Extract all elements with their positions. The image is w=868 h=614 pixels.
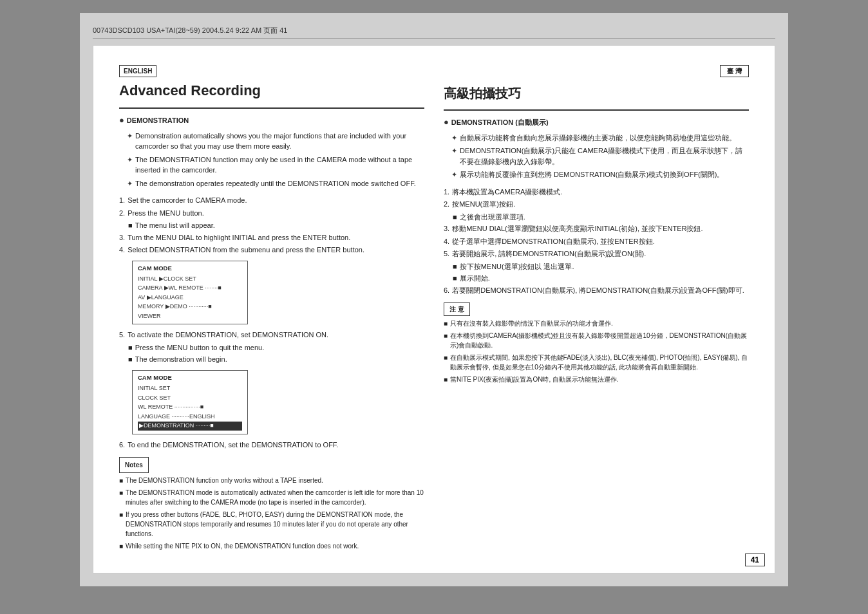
top-bar: 00743DSCD103 USA+TAI(28~59) 2004.5.24 9:…: [93, 26, 775, 39]
note-sq-chn-2: ■: [444, 331, 448, 350]
step-6-left: 6. To end the DEMONSTRATION, set the DEM…: [119, 440, 424, 451]
demo-heading-text-right: DEMONSTRATION (自動展示): [451, 117, 549, 128]
cam-mode-line-2-0: INITIAL SET: [138, 384, 242, 393]
sq-icon-1: ■: [128, 220, 133, 231]
region-badge: 臺 灣: [720, 65, 749, 77]
step-5-num-left: 5.: [119, 330, 125, 340]
cam-mode-line-1-2: AV ▶LANGUAGE: [138, 293, 242, 302]
step-5-sub-1-text-right: 按下按MENU(選單)按鈕以 退出選單.: [460, 261, 574, 272]
demo-item-chn-2-text: DEMONSTRATION(自動展示)只能在 CAMERA攝影機模式下使用，而且…: [460, 145, 749, 167]
page-inner: ENGLISH Advanced Recording ● DEMONSTRATI…: [119, 65, 749, 554]
step-3-num-left: 3.: [119, 232, 125, 243]
step-4-num-right: 4.: [444, 236, 449, 247]
step-5-text-right: 若要開始展示, 請將DEMONSTRATION(自動展示)設置ON(開).: [452, 248, 646, 259]
cross-bullet-chn-3: ✦: [451, 169, 457, 180]
bullet-diamond-left: ●: [119, 114, 124, 127]
right-column: 臺 灣 高級拍攝技巧 ● DEMONSTRATION (自動展示) ✦ 自動展示…: [444, 65, 749, 554]
step-1-text-left: Set the camcorder to CAMERA mode.: [127, 195, 247, 206]
step-6-text-left: To end the DEMONSTRATION, set the DEMONS…: [127, 440, 338, 451]
step-5-sub-1-left: ■ Press the MENU button to quit the menu…: [128, 342, 424, 353]
step-4-num-left: 4.: [119, 245, 125, 256]
cam-mode-line-1-1: CAMERA ▶WL REMOTE ········■: [138, 284, 242, 293]
step-2-num-right: 2.: [444, 199, 449, 210]
cross-bullet-3: ✦: [127, 178, 133, 189]
demo-heading-left: ● DEMONSTRATION: [119, 114, 424, 127]
note-sq-4: ■: [119, 541, 123, 551]
step-1-text-right: 將本機設置為CAMERA攝影機模式.: [452, 187, 562, 198]
note-sq-chn-3: ■: [444, 353, 448, 372]
section-title-chn: 高級拍攝技巧: [444, 84, 749, 103]
step-1-num-left: 1.: [119, 195, 125, 206]
section-title-eng: Advanced Recording: [119, 80, 424, 101]
numbered-list-left: 1. Set the camcorder to CAMERA mode. 2. …: [119, 195, 424, 450]
demo-item-chn-2: ✦ DEMONSTRATION(自動展示)只能在 CAMERA攝影機模式下使用，…: [451, 145, 749, 167]
demo-item-chn-1: ✦ 自動展示功能將會自動向您展示攝錄影機的主要功能，以便您能夠簡易地使用這些功能…: [451, 133, 749, 144]
note-item-3: ■ If you press other buttons (FADE, BLC,…: [119, 510, 424, 539]
note-sq-2: ■: [119, 488, 123, 507]
step-1-right: 1. 將本機設置為CAMERA攝影機模式.: [444, 187, 749, 198]
step-1-num-right: 1.: [444, 187, 449, 198]
step-2-text-left: Press the MENU button.: [127, 208, 204, 219]
step-1-left: 1. Set the camcorder to CAMERA mode.: [119, 195, 424, 206]
step-5-sub-2-text: The demonstration will begin.: [135, 354, 227, 365]
left-divider: [119, 107, 424, 109]
step-6-text-right: 若要關閉DEMONSTRATION(自動展示), 將DEMONSTRATION(…: [452, 285, 744, 296]
cam-mode-line-2-3: LANGUAGE ···········ENGLISH: [138, 413, 242, 422]
step-3-num-right: 3.: [444, 223, 449, 234]
sq-icon-3: ■: [128, 354, 133, 365]
note-chn-3-text: 在自動展示模式期間, 如果您按下其他鍵FADE(淡入淡出), BLC(夜光補償)…: [450, 353, 749, 372]
step-2-sub-text-left: The menu list will appear.: [135, 220, 215, 231]
document-page: ENGLISH Advanced Recording ● DEMONSTRATI…: [93, 45, 775, 573]
note-item-1: ■ The DEMONSTRATION function only works …: [119, 476, 424, 485]
step-3-text-right: 移動MENU DIAL(選單瀏覽鈕)以便高亮度顯示INITIAL(初始), 並按…: [452, 223, 703, 234]
note-sq-chn-1: ■: [444, 319, 448, 328]
cam-mode-title-2: CAM MODE: [138, 373, 242, 382]
step-2-sub-left: ■ The menu list will appear.: [128, 220, 424, 231]
cam-mode-line-2-4: ▶DEMONSTRATION ·········■: [138, 422, 242, 431]
note-item-4: ■ While setting the NITE PIX to ON, the …: [119, 541, 424, 551]
step-5-sub-2-right: ■ 展示開始.: [453, 273, 749, 284]
step-2-num-left: 2.: [119, 208, 125, 219]
note-sq-chn-4: ■: [444, 375, 448, 384]
zhu-yi-box: 注 意: [444, 302, 470, 316]
sq-icon-2: ■: [128, 342, 133, 353]
demo-item-1-text: Demonstration automatically shows you th…: [135, 131, 424, 152]
note-text-4: While setting the NITE PIX to ON, the DE…: [126, 541, 359, 551]
sq-icon-r2: ■: [453, 261, 457, 272]
lang-badge: ENGLISH: [119, 65, 156, 77]
cross-bullet-1: ✦: [127, 131, 133, 152]
demo-item-3: ✦ The demonstration operates repeatedly …: [127, 178, 424, 189]
cam-mode-line-1-4: VIEWER: [138, 312, 242, 321]
cam-mode-box-2: CAM MODE INITIAL SET CLOCK SET WL REMOTE…: [132, 370, 248, 434]
cam-mode-line-2-1: CLOCK SET: [138, 394, 242, 403]
step-4-text-right: 從子選單中選擇DEMONSTRATION(自動展示), 並按ENTER按鈕.: [452, 236, 655, 247]
cam-mode-title-1: CAM MODE: [138, 264, 242, 273]
note-text-1: The DEMONSTRATION function only works wi…: [126, 476, 323, 485]
step-4-text-left: Select DEMONSTRATION from the submenu an…: [127, 245, 364, 256]
step-3-right: 3. 移動MENU DIAL(選單瀏覽鈕)以便高亮度顯示INITIAL(初始),…: [444, 223, 749, 234]
demo-item-1: ✦ Demonstration automatically shows you …: [127, 131, 424, 152]
step-5-sub-2-text-right: 展示開始.: [460, 273, 490, 284]
note-chn-2: ■ 在本機切換到CAMERA(攝影機模式)並且沒有裝入錄影帶後開置超過10分鐘，…: [444, 331, 749, 350]
demo-heading-right: ● DEMONSTRATION (自動展示): [444, 116, 749, 129]
step-2-text-right: 按MENU(選單)按鈕.: [452, 199, 515, 210]
demo-item-2: ✦ The DEMONSTRATION function may only be…: [127, 154, 424, 176]
step-4-left: 4. Select DEMONSTRATION from the submenu…: [119, 245, 424, 256]
demo-item-2-text: The DEMONSTRATION function may only be u…: [135, 154, 424, 176]
right-header-row: 臺 灣: [444, 65, 749, 80]
note-chn-2-text: 在本機切換到CAMERA(攝影機模式)並且沒有裝入錄影帶後開置超過10分鐘，DE…: [450, 331, 749, 350]
cross-bullet-chn-2: ✦: [451, 145, 457, 167]
bullet-diamond-right: ●: [444, 116, 449, 129]
left-column: ENGLISH Advanced Recording ● DEMONSTRATI…: [119, 65, 424, 554]
step-2-left: 2. Press the MENU button.: [119, 208, 424, 219]
step-2-sub-text-right: 之後會出現選單選項.: [460, 212, 525, 223]
page-container: 00743DSCD103 USA+TAI(28~59) 2004.5.24 9:…: [80, 13, 788, 586]
step-6-num-right: 6.: [444, 285, 449, 296]
cross-bullet-chn-1: ✦: [451, 133, 457, 144]
sq-icon-r3: ■: [453, 273, 457, 284]
demo-item-chn-3: ✦ 展示功能將反覆操作直到您將 DEMONSTRATION(自動展示)模式切換到…: [451, 169, 749, 180]
note-chn-1-text: 只有在沒有裝入錄影帶的情況下自動展示的功能才會運作.: [450, 319, 613, 328]
step-5-left: 5. To activate the DEMONSTRATION, set DE…: [119, 330, 424, 340]
step-5-num-right: 5.: [444, 248, 449, 259]
step-5-sub-1-text: Press the MENU button to quit the menu.: [135, 342, 265, 353]
